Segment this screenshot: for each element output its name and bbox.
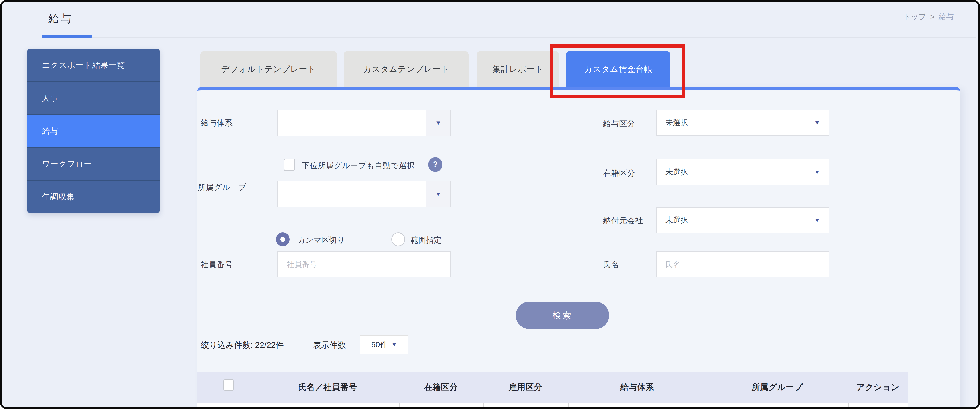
sidebar-item-jinji[interactable]: 人事 (27, 81, 160, 114)
group-select[interactable]: ▼ (277, 181, 451, 208)
range-label: 範囲指定 (410, 235, 442, 245)
employee-number-field-wrap (277, 251, 451, 277)
payer-company-select[interactable]: 未選択 ▼ (656, 207, 829, 233)
payer-company-label: 納付元会社 (603, 216, 643, 226)
breadcrumb-current: 給与 (939, 11, 954, 22)
name-label: 氏名 (603, 259, 619, 270)
sidebar-item-kyuyo[interactable]: 給与 (27, 114, 160, 147)
cell-divider (483, 403, 484, 407)
employee-number-label: 社員番号 (201, 259, 233, 270)
title-accent-underline (42, 35, 92, 38)
cell-divider (568, 403, 569, 407)
header-divider (42, 37, 976, 38)
sub-group-auto-label: 下位所属グループも自動で選択 (302, 160, 415, 171)
group-label: 所属グループ (198, 182, 247, 192)
breadcrumb-separator-icon: > (930, 13, 935, 21)
name-field-wrap (656, 251, 829, 277)
enrollment-select[interactable]: 未選択 ▼ (656, 159, 829, 185)
tab-custom-wage-ledger[interactable]: カスタム賃金台帳 (566, 51, 670, 87)
comma-separated-radio[interactable] (276, 233, 290, 246)
name-input[interactable] (657, 252, 829, 277)
enrollment-value: 未選択 (657, 167, 829, 177)
group-arrow-zone: ▼ (426, 181, 450, 207)
col-enrollment: 在籍区分 (424, 382, 458, 393)
per-page-value: 50件 (371, 339, 388, 350)
help-icon[interactable]: ? (428, 157, 442, 172)
per-page-select[interactable]: 50件 ▼ (360, 335, 409, 354)
search-button[interactable]: 検索 (516, 301, 609, 329)
employee-number-input[interactable] (278, 252, 450, 277)
sub-group-auto-checkbox[interactable] (284, 159, 295, 171)
chevron-down-icon: ▼ (391, 341, 397, 348)
breadcrumb-top-link[interactable]: トップ (903, 11, 926, 22)
sidebar-item-export-results[interactable]: エクスポート結果一覧 (27, 49, 160, 81)
salary-system-arrow-zone: ▼ (426, 110, 450, 136)
tab-custom-template[interactable]: カスタムテンプレート (344, 51, 469, 87)
col-employment: 雇用区分 (509, 382, 542, 393)
app-window: 給与 トップ > 給与 エクスポート結果一覧 人事 給与 ワークフロー 年調収集… (0, 0, 980, 409)
range-radio[interactable] (391, 233, 405, 246)
sidebar-item-workflow[interactable]: ワークフロー (27, 147, 160, 180)
chevron-down-icon: ▼ (814, 169, 820, 176)
payer-company-value: 未選択 (657, 215, 829, 225)
cell-divider (399, 403, 399, 407)
results-table-header: 氏名／社員番号 在籍区分 雇用区分 給与体系 所属グループ アクション (197, 372, 908, 403)
tab-default-template[interactable]: デフォルトテンプレート (200, 51, 337, 87)
col-group: 所属グループ (752, 382, 803, 393)
select-all-checkbox[interactable] (223, 379, 234, 391)
chevron-down-icon: ▼ (814, 217, 820, 224)
tab-summary-report[interactable]: 集計レポート (477, 51, 559, 87)
cell-divider (706, 403, 707, 407)
chevron-down-icon: ▼ (814, 119, 820, 126)
col-action: アクション (856, 382, 899, 393)
cell-divider (257, 403, 258, 407)
col-salary-system: 給与体系 (620, 382, 654, 393)
sidebar-nav: エクスポート結果一覧 人事 給与 ワークフロー 年調収集 (27, 49, 160, 213)
salary-system-select[interactable]: ▼ (277, 110, 451, 136)
per-page-label: 表示件数 (313, 340, 346, 351)
filtered-count: 絞り込み件数: 22/22件 (201, 340, 284, 351)
cell-divider (848, 403, 849, 407)
salary-category-value: 未選択 (657, 118, 829, 128)
enrollment-label: 在籍区分 (603, 168, 635, 178)
chevron-down-icon: ▼ (435, 191, 441, 198)
col-name-employee-number: 氏名／社員番号 (298, 382, 357, 393)
salary-category-select[interactable]: 未選択 ▼ (656, 110, 829, 136)
salary-system-label: 給与体系 (201, 118, 233, 128)
page-title: 給与 (48, 11, 73, 26)
sidebar-item-nencho[interactable]: 年調収集 (27, 180, 160, 213)
comma-separated-label: カンマ区切り (298, 235, 345, 245)
table-row (197, 403, 908, 407)
chevron-down-icon: ▼ (435, 120, 441, 127)
breadcrumb: トップ > 給与 (903, 11, 954, 22)
salary-category-label: 給与区分 (603, 118, 635, 129)
